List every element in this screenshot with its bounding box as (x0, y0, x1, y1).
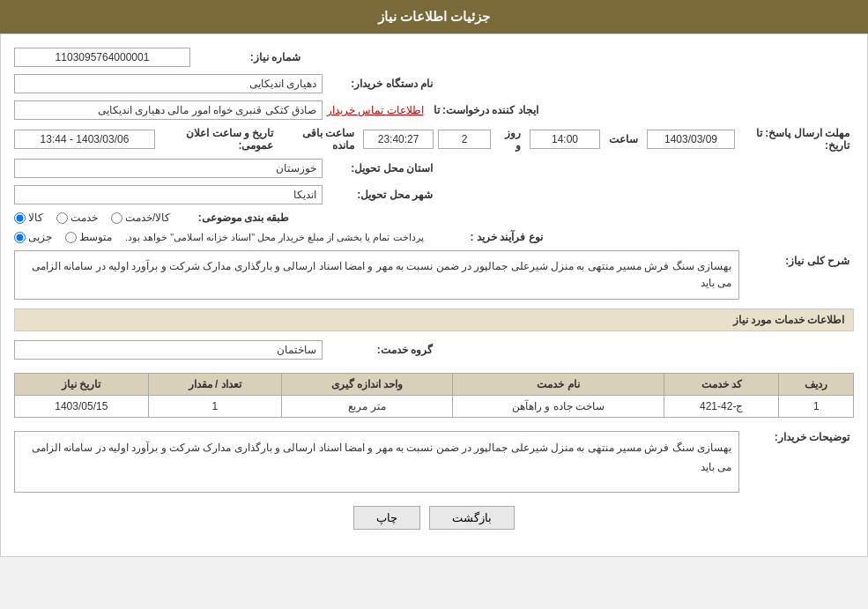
header-title: جزئیات اطلاعات نیاز (378, 9, 490, 24)
radio-text: پرداخت تمام یا بخشی از مبلغ خریدار محل "… (125, 232, 424, 243)
table-cell-tedad: 1 (148, 396, 281, 418)
shahr-label: شهر محل تحویل: (323, 189, 437, 201)
name-dastgah-value: دهیاری اندیکایی (14, 74, 323, 93)
col-radif: ردیف (779, 374, 854, 396)
roz-label: روز و (495, 127, 525, 152)
radio-jozee-item[interactable]: جزیی (14, 231, 52, 243)
ostan-value: خوزستان (14, 159, 323, 178)
tabaqe-label: طبقه بندی موضوعی: (179, 212, 293, 224)
radio-kala-khedmat[interactable] (111, 212, 122, 224)
name-dastgah-label: نام دستگاه خریدار: (323, 78, 437, 90)
back-button[interactable]: بازگشت (429, 506, 515, 530)
table-row: 1ج-42-421ساخت جاده و راهآهنمتر مربع11403… (15, 396, 854, 418)
sharh-value: بهسازی سنگ فرش مسیر منتهی به منزل شیرعلی… (14, 250, 739, 300)
radio-khedmat-label: خدمت (70, 212, 98, 224)
radio-khedmat-item[interactable]: خدمت (56, 212, 98, 224)
sharh-label: شرح کلی نیاز: (739, 250, 854, 267)
ijad-konande-value: صادق کتکی قنبری خواه امور مالی دهیاری ان… (14, 100, 323, 120)
saat-label: ساعت (605, 133, 642, 145)
service-info-title: اطلاعات خدمات مورد نیاز (14, 308, 854, 331)
shahr-value: اندیکا (14, 185, 323, 204)
radio-jozee[interactable] (14, 232, 26, 243)
radio-mottaset[interactable] (65, 232, 77, 243)
col-vahed: واحد اندازه گیری (282, 374, 453, 396)
buttons-row: بازگشت چاپ (14, 506, 854, 543)
col-code: کد خدمت (664, 374, 779, 396)
mohlat-label: مهلت ارسال پاسخ: تا تاریخ: (739, 127, 854, 152)
ijad-konande-label: ایجاد کننده درخواست: تا (428, 104, 543, 116)
shomara-niaz-label: شماره نیاز: (190, 51, 305, 63)
saat-mande-label: ساعت باقی مانده (282, 127, 359, 152)
col-tarikh: تاریخ نیاز (15, 374, 149, 396)
radio-jozee-label: جزیی (28, 231, 52, 243)
radio-kala[interactable] (14, 212, 26, 224)
radio-khedmat[interactable] (56, 212, 68, 224)
buyer-notes-label: توضیحات خریدار: (739, 427, 854, 443)
grooh-khedmat-value: ساختمان (14, 340, 323, 360)
col-tedad: تعداد / مقدار (148, 374, 281, 396)
radio-kala-khedmat-item[interactable]: کالا/خدمت (111, 212, 170, 224)
table-cell-code: ج-42-421 (664, 396, 779, 418)
table-cell-radif: 1 (779, 396, 854, 418)
tarikh-elan-label: تاریخ و ساعت اعلان عمومی: (160, 127, 278, 152)
services-table: ردیف کد خدمت نام خدمت واحد اندازه گیری ت… (14, 373, 854, 418)
radio-kala-item[interactable]: کالا (14, 212, 43, 224)
nooe-farayand-label: نوع فرآیند خرید : (433, 231, 547, 243)
farayand-radio-group: پرداخت تمام یا بخشی از مبلغ خریدار محل "… (14, 231, 424, 243)
page-header: جزئیات اطلاعات نیاز (0, 0, 868, 33)
table-cell-tarikh: 1403/05/15 (15, 396, 149, 418)
grooh-khedmat-label: گروه خدمت: (323, 344, 437, 356)
buyer-notes-value: بهسازی سنگ فرش مسیر منتهی به منزل شیرعلی… (14, 431, 739, 493)
roz-value: 2 (438, 130, 491, 149)
shomara-niaz-value: 1103095764000001 (14, 48, 190, 67)
tarikh-elan-value: 1403/03/06 - 13:44 (14, 130, 155, 149)
radio-mottaset-item[interactable]: متوسط (65, 231, 112, 243)
col-name: نام خدمت (453, 374, 664, 396)
radio-kala-khedmat-label: کالا/خدمت (125, 212, 170, 224)
saat-mande-value: 23:40:27 (363, 130, 434, 149)
print-button[interactable]: چاپ (353, 506, 420, 530)
table-cell-vahed: متر مربع (282, 396, 453, 418)
buyer-notes-row: توضیحات خریدار: بهسازی سنگ فرش مسیر منته… (14, 427, 854, 493)
saat-value: 14:00 (530, 130, 600, 149)
table-cell-name: ساخت جاده و راهآهن (453, 396, 664, 418)
radio-kala-label: کالا (28, 212, 43, 224)
tabaqe-radio-group: کالا/خدمت خدمت کالا (14, 212, 170, 224)
ijad-konande-link[interactable]: اطلاعات تماس خریدار (327, 104, 424, 116)
ostan-label: استان محل تحویل: (323, 162, 437, 175)
radio-mottaset-label: متوسط (79, 231, 112, 243)
services-table-section: ردیف کد خدمت نام خدمت واحد اندازه گیری ت… (14, 373, 854, 418)
mohlat-date: 1403/03/09 (647, 130, 735, 149)
